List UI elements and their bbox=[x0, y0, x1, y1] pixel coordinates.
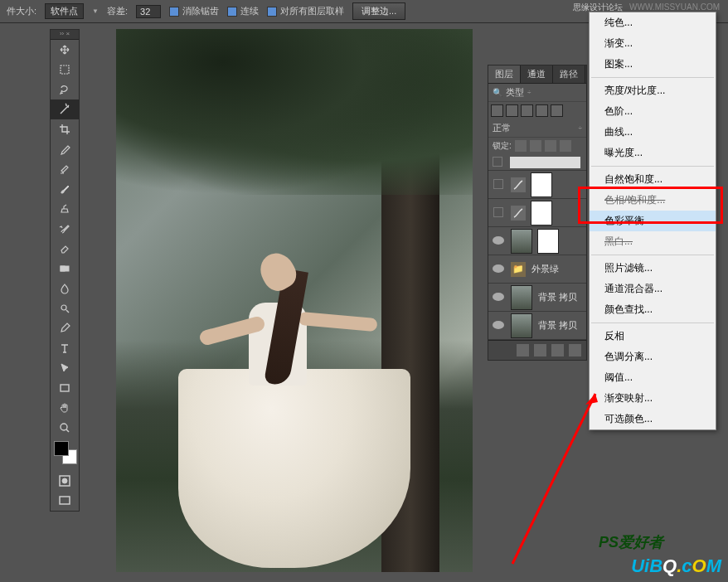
new-adjustment-icon[interactable] bbox=[569, 344, 581, 356]
eyedropper-tool[interactable] bbox=[51, 139, 79, 159]
adjustment-menu-item[interactable]: 纯色... bbox=[590, 12, 716, 33]
lock-position-icon[interactable] bbox=[545, 140, 556, 152]
foreground-color-swatch[interactable] bbox=[54, 441, 69, 456]
tab-paths[interactable]: 路径 bbox=[553, 65, 585, 83]
folder-icon: 📁 bbox=[511, 262, 526, 277]
marquee-tool[interactable] bbox=[51, 60, 79, 80]
lasso-tool[interactable] bbox=[51, 80, 79, 99]
filter-adjustment-icon[interactable] bbox=[506, 104, 518, 117]
quick-mask-icon[interactable] bbox=[51, 471, 79, 491]
visibility-toggle[interactable] bbox=[488, 264, 508, 274]
chevron-down-icon[interactable]: ÷ bbox=[527, 89, 531, 96]
layer-row[interactable]: 背景 拷贝 bbox=[488, 312, 586, 340]
pen-tool[interactable] bbox=[51, 318, 79, 338]
adjustment-menu-item[interactable]: 图案... bbox=[590, 54, 716, 75]
filter-type-icon[interactable] bbox=[521, 104, 533, 117]
size-mode-dropdown[interactable]: 软件点 bbox=[45, 3, 84, 19]
refine-edge-button[interactable]: 调整边... bbox=[352, 2, 405, 20]
visibility-toggle[interactable] bbox=[488, 207, 508, 219]
visibility-toggle[interactable] bbox=[488, 157, 507, 168]
visibility-toggle[interactable] bbox=[488, 293, 508, 303]
healing-brush-tool[interactable] bbox=[51, 159, 79, 179]
chevron-down-icon[interactable]: ▼ bbox=[92, 7, 99, 15]
filter-kind-dropdown[interactable]: 类型 bbox=[506, 86, 524, 99]
tab-channels[interactable]: 通道 bbox=[521, 65, 553, 83]
add-mask-icon[interactable] bbox=[551, 344, 564, 356]
chevron-down-icon[interactable]: ÷ bbox=[579, 124, 582, 132]
dodge-tool[interactable] bbox=[51, 298, 79, 318]
path-select-tool[interactable] bbox=[51, 358, 79, 378]
screen-mode-icon[interactable] bbox=[51, 491, 79, 511]
layer-row[interactable] bbox=[488, 154, 586, 171]
adjustment-menu-item[interactable]: 黑白... bbox=[590, 231, 716, 252]
layer-mask-thumbnail[interactable] bbox=[531, 201, 552, 226]
tab-layers[interactable]: 图层 bbox=[488, 65, 521, 83]
hand-tool[interactable] bbox=[51, 398, 79, 418]
layer-thumbnail[interactable] bbox=[511, 313, 532, 338]
magic-wand-tool[interactable] bbox=[51, 99, 79, 119]
link-layers-icon[interactable] bbox=[517, 344, 529, 356]
layer-row[interactable]: 背景 拷贝 bbox=[488, 284, 586, 312]
adjustment-menu-item[interactable]: 曲线... bbox=[590, 122, 716, 143]
adjustment-menu-item[interactable]: 照片滤镜... bbox=[590, 258, 716, 279]
visibility-toggle[interactable] bbox=[488, 179, 508, 191]
svg-point-5 bbox=[61, 424, 67, 430]
layer-thumbnail[interactable] bbox=[511, 229, 532, 254]
adjustment-menu-item[interactable]: 颜色查找... bbox=[590, 299, 716, 320]
layer-name[interactable]: 外景绿 bbox=[528, 263, 586, 275]
layer-row[interactable]: 📁外景绿 bbox=[488, 255, 586, 284]
adjustment-menu-item[interactable]: 色相/饱和度... bbox=[590, 190, 716, 211]
adjustment-menu-item[interactable]: 可选颜色... bbox=[590, 409, 716, 429]
filter-shape-icon[interactable] bbox=[536, 104, 548, 117]
all-layers-checkbox[interactable]: 对所有图层取样 bbox=[267, 5, 344, 17]
adjustment-menu-item[interactable]: 色调分离... bbox=[590, 347, 716, 367]
layer-mask-thumbnail[interactable] bbox=[537, 229, 559, 254]
layer-name[interactable]: 背景 拷贝 bbox=[535, 319, 586, 332]
contiguous-checkbox[interactable]: 连续 bbox=[227, 5, 259, 17]
panel-tabs: 图层 通道 路径 bbox=[488, 65, 586, 84]
layer-mask-thumbnail[interactable] bbox=[531, 172, 552, 197]
gradient-tool[interactable] bbox=[51, 259, 79, 279]
toolbox-header[interactable]: ›› × bbox=[51, 30, 79, 40]
fx-icon[interactable] bbox=[534, 344, 546, 356]
lock-pixels-icon[interactable] bbox=[530, 140, 541, 152]
lock-all-icon[interactable] bbox=[560, 140, 571, 152]
filter-smart-icon[interactable] bbox=[551, 104, 563, 117]
blur-tool[interactable] bbox=[51, 279, 79, 298]
layer-thumbnail[interactable] bbox=[511, 285, 532, 310]
crop-tool[interactable] bbox=[51, 119, 79, 139]
rectangle-tool[interactable] bbox=[51, 378, 79, 398]
new-adjustment-layer-menu[interactable]: 纯色...渐变...图案...亮度/对比度...色阶...曲线...曝光度...… bbox=[589, 12, 716, 430]
adjustment-menu-item[interactable]: 渐变... bbox=[590, 33, 716, 54]
adjustment-menu-item[interactable]: 反相 bbox=[590, 326, 716, 347]
adjustment-menu-item[interactable]: 阈值... bbox=[590, 367, 716, 388]
adjustment-menu-item[interactable]: 自然饱和度... bbox=[590, 169, 716, 190]
filter-pixel-icon[interactable] bbox=[491, 104, 503, 117]
visibility-checkbox-icon bbox=[493, 207, 503, 217]
clone-stamp-tool[interactable] bbox=[51, 199, 79, 219]
visibility-toggle[interactable] bbox=[488, 236, 508, 246]
visibility-toggle[interactable] bbox=[488, 321, 508, 331]
document-canvas[interactable] bbox=[116, 29, 473, 572]
adjustment-menu-item[interactable]: 亮度/对比度... bbox=[590, 80, 716, 101]
tolerance-input[interactable]: 32 bbox=[136, 5, 161, 18]
adjustment-menu-item[interactable]: 曝光度... bbox=[590, 143, 716, 163]
adjustment-menu-item[interactable]: 渐变映射... bbox=[590, 388, 716, 409]
zoom-tool[interactable] bbox=[51, 418, 79, 438]
color-swatches[interactable] bbox=[51, 438, 79, 471]
blend-mode-dropdown[interactable]: 正常 bbox=[493, 122, 511, 134]
lock-transparency-icon[interactable] bbox=[515, 140, 527, 152]
adjustment-menu-item[interactable]: 色阶... bbox=[590, 101, 716, 122]
layer-row[interactable] bbox=[488, 227, 586, 255]
brush-tool[interactable] bbox=[51, 179, 79, 199]
eraser-tool[interactable] bbox=[51, 239, 79, 259]
layer-row[interactable] bbox=[488, 171, 586, 199]
move-tool[interactable] bbox=[51, 40, 79, 60]
adjustment-menu-item[interactable]: 通道混合器... bbox=[590, 279, 716, 299]
layer-row[interactable] bbox=[488, 199, 586, 227]
layer-name[interactable]: 背景 拷贝 bbox=[535, 291, 586, 303]
adjustment-menu-item[interactable]: 色彩平衡... bbox=[590, 211, 716, 231]
anti-alias-checkbox[interactable]: 消除锯齿 bbox=[169, 5, 219, 17]
type-tool[interactable] bbox=[51, 338, 79, 358]
history-brush-tool[interactable] bbox=[51, 219, 79, 239]
